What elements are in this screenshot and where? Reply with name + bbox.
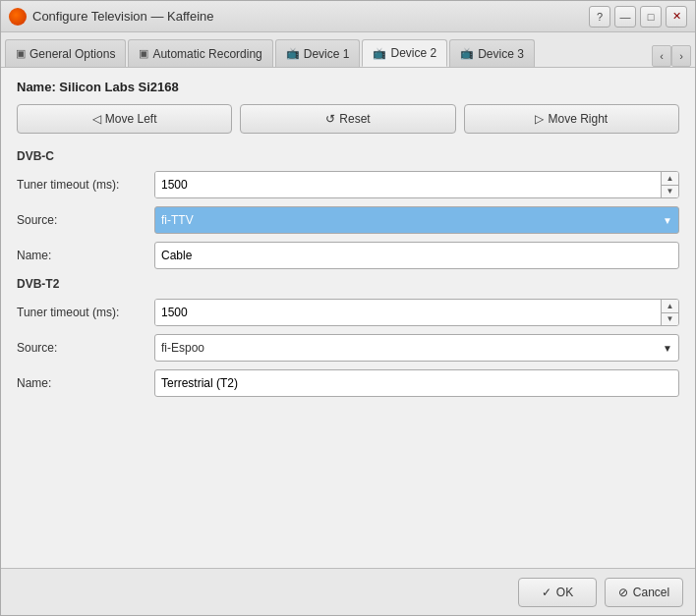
dvbc-tuner-down-arrow[interactable]: ▼ <box>662 186 678 198</box>
dvbt2-tuner-timeout-field: ▲ ▼ <box>154 299 679 326</box>
tab-automatic-recording[interactable]: ▣ Automatic Recording <box>128 39 272 67</box>
titlebar-controls: ? — □ ✕ <box>589 6 687 28</box>
dvbt2-tuner-spinbox[interactable]: ▲ ▼ <box>154 299 679 326</box>
cancel-button[interactable]: ⊘ Cancel <box>605 578 683 607</box>
dvbc-name-input[interactable] <box>154 242 679 269</box>
dvbc-source-value: fi-TTV <box>161 213 194 227</box>
device-name-label: Name: Silicon Labs Si2168 <box>17 80 679 94</box>
footer: ✓ OK ⊘ Cancel <box>1 568 695 615</box>
tab-device2[interactable]: 📺 Device 2 <box>362 39 447 67</box>
close-button[interactable]: ✕ <box>666 6 687 28</box>
action-buttons: ◁ Move Left ↺ Reset ▷ Move Right <box>17 104 679 134</box>
window-title: Configure Television — Kaffeine <box>32 9 214 24</box>
dvbc-tuner-timeout-label: Tuner timeout (ms): <box>17 178 154 192</box>
dvbt2-tuner-down-arrow[interactable]: ▼ <box>662 313 678 326</box>
main-window: Configure Television — Kaffeine ? — □ ✕ … <box>0 0 696 616</box>
tab-device1-icon: 📺 <box>286 47 300 60</box>
app-icon <box>9 8 27 26</box>
maximize-button[interactable]: □ <box>640 6 662 28</box>
dvbc-source-label: Source: <box>17 213 154 227</box>
dvbc-tuner-timeout-field: ▲ ▼ <box>154 171 679 198</box>
dvbt2-tuner-up-arrow[interactable]: ▲ <box>662 300 678 313</box>
move-right-icon: ▷ <box>535 112 544 126</box>
dvbt2-tuner-arrows: ▲ ▼ <box>661 300 678 325</box>
dvbc-source-arrow-icon: ▼ <box>663 215 672 226</box>
dvbc-source-field: fi-TTV ▼ <box>154 206 679 234</box>
tab-device3-label: Device 3 <box>478 47 524 61</box>
dvbt2-tuner-timeout-row: Tuner timeout (ms): ▲ ▼ <box>17 299 679 326</box>
dvbc-name-field <box>154 242 679 269</box>
tab-device2-icon: 📺 <box>373 47 386 60</box>
dvbt2-name-field <box>154 369 679 397</box>
dvbt2-tuner-timeout-input[interactable] <box>155 300 661 325</box>
titlebar: Configure Television — Kaffeine ? — □ ✕ <box>1 1 695 32</box>
dvbc-name-label: Name: <box>17 249 154 262</box>
tab-device3-icon: 📺 <box>460 47 474 60</box>
move-right-label: Move Right <box>548 112 608 126</box>
dvbc-source-row: Source: fi-TTV ▼ <box>17 206 679 234</box>
tab-general-icon: ▣ <box>16 47 26 60</box>
reset-label: Reset <box>339 112 370 126</box>
dvbc-tuner-spinbox[interactable]: ▲ ▼ <box>154 171 679 198</box>
help-button[interactable]: ? <box>589 6 610 28</box>
minimize-button[interactable]: — <box>614 6 636 28</box>
dvbc-source-select[interactable]: fi-TTV ▼ <box>154 206 679 234</box>
dvbt2-section-header: DVB-T2 <box>17 277 679 291</box>
tab-device1-label: Device 1 <box>304 47 350 61</box>
tab-general-label: General Options <box>29 47 115 61</box>
cancel-icon: ⊘ <box>618 586 628 599</box>
tab-device2-label: Device 2 <box>390 46 436 60</box>
reset-button[interactable]: ↺ Reset <box>240 104 455 134</box>
tabs-prev-button[interactable]: ‹ <box>652 45 671 67</box>
cancel-label: Cancel <box>633 586 669 599</box>
dvbc-name-row: Name: <box>17 242 679 269</box>
dvbc-tuner-up-arrow[interactable]: ▲ <box>662 172 678 186</box>
move-left-button[interactable]: ◁ Move Left <box>17 104 232 134</box>
tabs-bar: ▣ General Options ▣ Automatic Recording … <box>1 32 695 68</box>
move-left-label: Move Left <box>105 112 157 126</box>
ok-label: OK <box>556 586 573 599</box>
titlebar-left: Configure Television — Kaffeine <box>9 8 214 26</box>
tab-auto-rec-icon: ▣ <box>139 47 148 60</box>
tab-general-options[interactable]: ▣ General Options <box>5 39 126 67</box>
reset-icon: ↺ <box>325 112 335 126</box>
dvbt2-source-label: Source: <box>17 341 154 355</box>
dvbt2-source-select[interactable]: fi-Espoo ▼ <box>154 334 679 362</box>
dvbc-tuner-arrows: ▲ ▼ <box>661 172 678 197</box>
main-content: Name: Silicon Labs Si2168 ◁ Move Left ↺ … <box>1 68 695 568</box>
tab-device3[interactable]: 📺 Device 3 <box>449 39 535 67</box>
dvbt2-source-field: fi-Espoo ▼ <box>154 334 679 362</box>
move-left-icon: ◁ <box>92 112 101 126</box>
move-right-button[interactable]: ▷ Move Right <box>464 104 679 134</box>
tabs-navigation: ‹ › <box>652 45 695 67</box>
dvbt2-name-label: Name: <box>17 376 154 390</box>
dvbc-tuner-timeout-row: Tuner timeout (ms): ▲ ▼ <box>17 171 679 198</box>
dvbt2-name-row: Name: <box>17 369 679 397</box>
dvbt2-name-input[interactable] <box>154 369 679 397</box>
dvbc-tuner-timeout-input[interactable] <box>155 172 661 197</box>
dvbt2-source-row: Source: fi-Espoo ▼ <box>17 334 679 362</box>
tab-device1[interactable]: 📺 Device 1 <box>275 39 361 67</box>
tabs-next-button[interactable]: › <box>671 45 691 67</box>
dvbt2-source-value: fi-Espoo <box>161 341 204 355</box>
dvbc-section-header: DVB-C <box>17 149 679 163</box>
tab-auto-rec-label: Automatic Recording <box>152 47 261 61</box>
ok-button[interactable]: ✓ OK <box>518 578 597 607</box>
ok-icon: ✓ <box>542 586 551 599</box>
dvbt2-source-arrow-icon: ▼ <box>663 343 672 354</box>
dvbt2-tuner-timeout-label: Tuner timeout (ms): <box>17 306 154 319</box>
